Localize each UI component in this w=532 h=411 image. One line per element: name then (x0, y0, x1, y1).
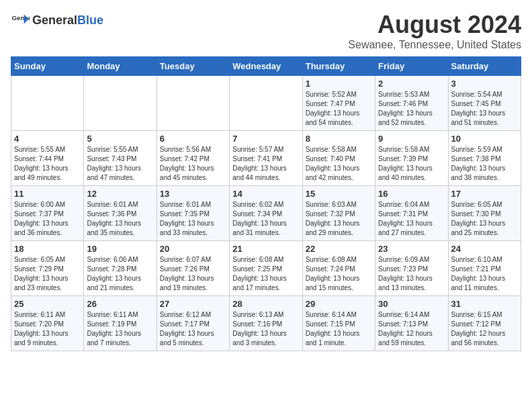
calendar-cell: 30Sunrise: 6:14 AM Sunset: 7:13 PM Dayli… (375, 296, 448, 351)
day-number: 25 (14, 299, 81, 309)
calendar-cell: 4Sunrise: 5:55 AM Sunset: 7:44 PM Daylig… (11, 131, 84, 186)
calendar-table: SundayMondayTuesdayWednesdayThursdayFrid… (11, 56, 521, 351)
header-row: SundayMondayTuesdayWednesdayThursdayFrid… (11, 57, 521, 76)
day-header-wednesday: Wednesday (230, 57, 302, 76)
day-number: 15 (306, 189, 372, 199)
calendar-cell: 24Sunrise: 6:10 AM Sunset: 7:21 PM Dayli… (448, 241, 521, 296)
cell-content: Sunrise: 5:53 AM Sunset: 7:46 PM Dayligh… (378, 90, 445, 128)
subtitle: Sewanee, Tennessee, United States (348, 39, 521, 51)
calendar-cell: 1Sunrise: 5:52 AM Sunset: 7:47 PM Daylig… (302, 76, 375, 131)
day-header-tuesday: Tuesday (157, 57, 229, 76)
calendar-cell (11, 76, 84, 131)
calendar-cell: 7Sunrise: 5:57 AM Sunset: 7:41 PM Daylig… (230, 131, 302, 186)
cell-content: Sunrise: 6:08 AM Sunset: 7:24 PM Dayligh… (306, 255, 372, 293)
cell-content: Sunrise: 5:52 AM Sunset: 7:47 PM Dayligh… (306, 90, 372, 128)
week-row-3: 11Sunrise: 6:00 AM Sunset: 7:37 PM Dayli… (11, 186, 521, 241)
calendar-cell: 6Sunrise: 5:56 AM Sunset: 7:42 PM Daylig… (157, 131, 229, 186)
day-number: 13 (160, 189, 226, 199)
day-number: 1 (306, 79, 372, 89)
cell-content: Sunrise: 5:56 AM Sunset: 7:42 PM Dayligh… (160, 145, 226, 183)
cell-content: Sunrise: 6:11 AM Sunset: 7:20 PM Dayligh… (14, 310, 81, 348)
day-number: 16 (378, 189, 445, 199)
day-number: 18 (14, 244, 81, 254)
week-row-2: 4Sunrise: 5:55 AM Sunset: 7:44 PM Daylig… (11, 131, 521, 186)
calendar-cell: 13Sunrise: 6:01 AM Sunset: 7:35 PM Dayli… (157, 186, 229, 241)
calendar-cell: 8Sunrise: 5:58 AM Sunset: 7:40 PM Daylig… (302, 131, 375, 186)
logo-general-text: General (32, 13, 77, 27)
day-number: 2 (378, 79, 445, 89)
calendar-cell: 27Sunrise: 6:12 AM Sunset: 7:17 PM Dayli… (157, 296, 229, 351)
calendar-cell: 29Sunrise: 6:14 AM Sunset: 7:15 PM Dayli… (302, 296, 375, 351)
calendar-cell: 2Sunrise: 5:53 AM Sunset: 7:46 PM Daylig… (375, 76, 448, 131)
day-number: 11 (14, 189, 81, 199)
cell-content: Sunrise: 6:13 AM Sunset: 7:16 PM Dayligh… (232, 310, 299, 348)
calendar-cell: 21Sunrise: 6:08 AM Sunset: 7:25 PM Dayli… (230, 241, 302, 296)
logo-blue-text: Blue (77, 13, 103, 27)
calendar-cell: 5Sunrise: 5:55 AM Sunset: 7:43 PM Daylig… (84, 131, 157, 186)
day-number: 5 (87, 134, 153, 144)
day-header-thursday: Thursday (302, 57, 375, 76)
cell-content: Sunrise: 6:14 AM Sunset: 7:13 PM Dayligh… (378, 310, 445, 348)
cell-content: Sunrise: 6:00 AM Sunset: 7:37 PM Dayligh… (14, 200, 81, 238)
cell-content: Sunrise: 6:01 AM Sunset: 7:35 PM Dayligh… (160, 200, 226, 238)
calendar-cell: 26Sunrise: 6:11 AM Sunset: 7:19 PM Dayli… (84, 296, 157, 351)
calendar-cell (230, 76, 302, 131)
calendar-cell: 3Sunrise: 5:54 AM Sunset: 7:45 PM Daylig… (448, 76, 521, 131)
day-header-sunday: Sunday (11, 57, 84, 76)
calendar-cell: 9Sunrise: 5:58 AM Sunset: 7:39 PM Daylig… (375, 131, 448, 186)
cell-content: Sunrise: 5:58 AM Sunset: 7:39 PM Dayligh… (378, 145, 445, 183)
day-number: 17 (451, 189, 518, 199)
calendar-cell: 19Sunrise: 6:06 AM Sunset: 7:28 PM Dayli… (84, 241, 157, 296)
calendar-cell: 14Sunrise: 6:02 AM Sunset: 7:34 PM Dayli… (230, 186, 302, 241)
calendar-cell: 11Sunrise: 6:00 AM Sunset: 7:37 PM Dayli… (11, 186, 84, 241)
day-number: 21 (232, 244, 299, 254)
day-number: 7 (232, 134, 299, 144)
day-number: 3 (451, 79, 518, 89)
calendar-cell: 10Sunrise: 5:59 AM Sunset: 7:38 PM Dayli… (448, 131, 521, 186)
calendar-cell: 20Sunrise: 6:07 AM Sunset: 7:26 PM Dayli… (157, 241, 229, 296)
day-number: 4 (14, 134, 81, 144)
logo: General GeneralBlue (11, 11, 103, 30)
day-header-friday: Friday (375, 57, 448, 76)
week-row-1: 1Sunrise: 5:52 AM Sunset: 7:47 PM Daylig… (11, 76, 521, 131)
day-number: 8 (306, 134, 372, 144)
day-number: 20 (160, 244, 226, 254)
day-number: 27 (160, 299, 226, 309)
cell-content: Sunrise: 6:02 AM Sunset: 7:34 PM Dayligh… (232, 200, 299, 238)
calendar-cell: 22Sunrise: 6:08 AM Sunset: 7:24 PM Dayli… (302, 241, 375, 296)
day-number: 22 (306, 244, 372, 254)
day-number: 9 (378, 134, 445, 144)
calendar-cell: 15Sunrise: 6:03 AM Sunset: 7:32 PM Dayli… (302, 186, 375, 241)
calendar-cell: 25Sunrise: 6:11 AM Sunset: 7:20 PM Dayli… (11, 296, 84, 351)
cell-content: Sunrise: 6:04 AM Sunset: 7:31 PM Dayligh… (378, 200, 445, 238)
calendar-cell: 16Sunrise: 6:04 AM Sunset: 7:31 PM Dayli… (375, 186, 448, 241)
calendar-cell: 12Sunrise: 6:01 AM Sunset: 7:36 PM Dayli… (84, 186, 157, 241)
cell-content: Sunrise: 6:03 AM Sunset: 7:32 PM Dayligh… (306, 200, 372, 238)
cell-content: Sunrise: 5:55 AM Sunset: 7:43 PM Dayligh… (87, 145, 153, 183)
day-number: 31 (451, 299, 518, 309)
title-block: August 2024 Sewanee, Tennessee, United S… (348, 11, 521, 51)
logo-icon: General (11, 11, 30, 30)
cell-content: Sunrise: 6:10 AM Sunset: 7:21 PM Dayligh… (451, 255, 518, 293)
cell-content: Sunrise: 5:59 AM Sunset: 7:38 PM Dayligh… (451, 145, 518, 183)
calendar-cell: 28Sunrise: 6:13 AM Sunset: 7:16 PM Dayli… (230, 296, 302, 351)
cell-content: Sunrise: 6:09 AM Sunset: 7:23 PM Dayligh… (378, 255, 445, 293)
day-header-monday: Monday (84, 57, 157, 76)
cell-content: Sunrise: 6:08 AM Sunset: 7:25 PM Dayligh… (232, 255, 299, 293)
calendar-cell (84, 76, 157, 131)
cell-content: Sunrise: 5:54 AM Sunset: 7:45 PM Dayligh… (451, 90, 518, 128)
day-number: 28 (232, 299, 299, 309)
cell-content: Sunrise: 6:14 AM Sunset: 7:15 PM Dayligh… (306, 310, 372, 348)
calendar-cell: 18Sunrise: 6:05 AM Sunset: 7:29 PM Dayli… (11, 241, 84, 296)
day-number: 30 (378, 299, 445, 309)
calendar-cell (157, 76, 229, 131)
page-header: General GeneralBlue August 2024 Sewanee,… (11, 11, 521, 51)
day-number: 19 (87, 244, 153, 254)
day-number: 10 (451, 134, 518, 144)
calendar-cell: 23Sunrise: 6:09 AM Sunset: 7:23 PM Dayli… (375, 241, 448, 296)
cell-content: Sunrise: 6:15 AM Sunset: 7:12 PM Dayligh… (451, 310, 518, 348)
week-row-5: 25Sunrise: 6:11 AM Sunset: 7:20 PM Dayli… (11, 296, 521, 351)
week-row-4: 18Sunrise: 6:05 AM Sunset: 7:29 PM Dayli… (11, 241, 521, 296)
day-number: 23 (378, 244, 445, 254)
day-number: 6 (160, 134, 226, 144)
